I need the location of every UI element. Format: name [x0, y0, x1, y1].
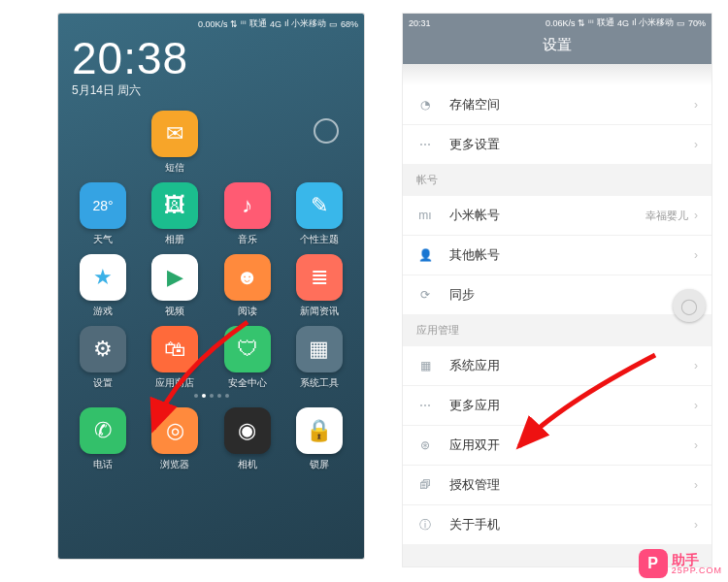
app-label: 游戏 [93, 305, 113, 318]
signal-icon: ⇅ ᴵᴵᴵ [578, 18, 594, 28]
app-设置[interactable]: ⚙设置 [70, 326, 136, 390]
network-type: 4G [270, 19, 281, 29]
app-label: 视频 [165, 305, 184, 318]
app-label: 相机 [238, 458, 257, 471]
row-label: 存储空间 [449, 96, 694, 113]
app-label: 应用商店 [155, 376, 194, 390]
row-icon: ◔ [416, 96, 434, 113]
settings-row-其他帐号[interactable]: 👤其他帐号› [403, 235, 711, 275]
app-短信[interactable]: ✉短信 [142, 111, 208, 175]
app-label: 相册 [165, 233, 184, 246]
row-label: 其他帐号 [449, 246, 694, 264]
app-icon: ✆ [80, 407, 126, 454]
quick-camera-ring[interactable] [314, 118, 339, 144]
settings-row-更多应用[interactable]: ⋯更多应用› [403, 385, 711, 425]
app-icon: ◉ [224, 407, 271, 454]
chevron-right-icon: › [694, 209, 698, 222]
sim2: ıl 小米移动 [632, 16, 674, 29]
app-label: 新闻资讯 [300, 305, 339, 318]
settings-row-系统应用[interactable]: ▦系统应用› [403, 346, 711, 385]
clock-time: 20:38 [72, 36, 350, 81]
app-锁屏[interactable]: 🔒锁屏 [286, 407, 352, 471]
sim2: ıl 小米移动 [284, 17, 326, 30]
app-相册[interactable]: 🖼相册 [142, 182, 208, 246]
row-icon: ⊛ [416, 436, 434, 454]
row-label: 更多应用 [449, 397, 694, 414]
settings-row-更多设置[interactable]: ⋯更多设置› [403, 124, 711, 164]
app-电话[interactable]: ✆电话 [70, 407, 136, 471]
pp-logo: P [639, 549, 668, 578]
stage: 0.00K/s ⇅ ᴵᴵᴵ 联通 4G ıl 小米移动 ▭ 68% 20:38 … [0, 0, 728, 582]
app-label: 电话 [93, 458, 113, 471]
app-icon: 🔒 [296, 407, 343, 454]
section-header-account: 帐号 [403, 164, 711, 196]
app-icon: 🖼 [151, 182, 198, 229]
app-天气[interactable]: 28°天气 [70, 182, 136, 246]
app-icon: ☻ [224, 254, 271, 301]
row-value: 幸福婴儿 [645, 209, 688, 223]
battery-icon: ▭ [329, 19, 338, 29]
row-label: 小米帐号 [449, 207, 645, 224]
app-label: 浏览器 [160, 458, 189, 471]
settings-row-存储空间[interactable]: ◔存储空间› [403, 85, 711, 124]
app-label: 个性主题 [300, 233, 339, 246]
app-icon: ⚙ [80, 326, 126, 372]
app-icon: ★ [80, 254, 126, 301]
app-个性主题[interactable]: ✎个性主题 [286, 182, 352, 246]
watermark-name: 助手 [672, 553, 722, 566]
row-label: 同步 [449, 286, 694, 304]
partial-row-cut [403, 64, 711, 85]
row-icon: mı [416, 207, 434, 224]
app-音乐[interactable]: ♪音乐 [215, 182, 281, 246]
section-header-apps: 应用管理 [403, 314, 711, 346]
app-label: 锁屏 [310, 458, 329, 471]
carrier: 联通 [597, 16, 614, 29]
app-视频[interactable]: ▶视频 [142, 254, 208, 318]
app-新闻资讯[interactable]: ≣新闻资讯 [286, 254, 352, 318]
floating-assistive-ball[interactable]: ◯ [673, 289, 706, 322]
app-label: 安全中心 [228, 376, 267, 390]
chevron-right-icon: › [694, 518, 698, 532]
row-label: 关于手机 [449, 516, 694, 534]
app-安全中心[interactable]: 🛡安全中心 [215, 326, 281, 390]
chevron-right-icon: › [694, 138, 698, 151]
row-label: 更多设置 [449, 136, 694, 153]
chevron-right-icon: › [694, 399, 698, 412]
app-icon: ≣ [296, 254, 343, 301]
network-type: 4G [617, 18, 629, 28]
settings-row-关于手机[interactable]: ⓘ关于手机› [403, 504, 711, 544]
chevron-right-icon: › [694, 438, 698, 452]
page-title: 设置 [403, 32, 711, 64]
settings-group-account: mı小米帐号幸福婴儿›👤其他帐号›⟳同步› [403, 196, 711, 314]
app-相机[interactable]: ◉相机 [215, 407, 281, 471]
app-icon: 28° [80, 182, 126, 229]
settings-group-general: ◔存储空间›⋯更多设置› [403, 85, 711, 164]
clock-widget[interactable]: 20:38 5月14日 周六 [58, 34, 364, 101]
row-icon: ⋯ [416, 397, 434, 414]
net-speed: 0.00K/s [198, 19, 228, 29]
settings-row-小米帐号[interactable]: mı小米帐号幸福婴儿› [403, 196, 711, 235]
row-icon: ⓘ [416, 516, 434, 534]
row-label: 应用双开 [449, 436, 694, 454]
app-icon: ▦ [296, 326, 343, 372]
chevron-right-icon: › [694, 478, 698, 492]
row-icon: ⟳ [416, 286, 434, 304]
settings-row-应用双开[interactable]: ⊛应用双开› [403, 425, 711, 465]
settings-group-appmgr: ▦系统应用›⋯更多应用›⊛应用双开›🗊授权管理›ⓘ关于手机› [403, 346, 711, 544]
battery-pct: 70% [688, 18, 706, 28]
settings-row-同步[interactable]: ⟳同步› [403, 275, 711, 314]
app-应用商店[interactable]: 🛍应用商店 [142, 326, 208, 390]
app-浏览器[interactable]: ◎浏览器 [142, 407, 208, 471]
row-label: 系统应用 [449, 357, 694, 374]
battery-icon: ▭ [677, 18, 685, 28]
app-label: 音乐 [238, 233, 257, 246]
settings-row-授权管理[interactable]: 🗊授权管理› [403, 465, 711, 504]
homescreen: 0.00K/s ⇅ ᴵᴵᴵ 联通 4G ıl 小米移动 ▭ 68% 20:38 … [58, 14, 364, 559]
app-游戏[interactable]: ★游戏 [70, 254, 136, 318]
dock: ✆电话◎浏览器◉相机🔒锁屏 [58, 398, 364, 479]
signal-icon: ⇅ ᴵᴵᴵ [230, 19, 247, 29]
app-label: 短信 [165, 161, 184, 175]
app-阅读[interactable]: ☻阅读 [215, 254, 281, 318]
chevron-right-icon: › [694, 98, 698, 112]
app-系统工具[interactable]: ▦系统工具 [286, 326, 352, 390]
